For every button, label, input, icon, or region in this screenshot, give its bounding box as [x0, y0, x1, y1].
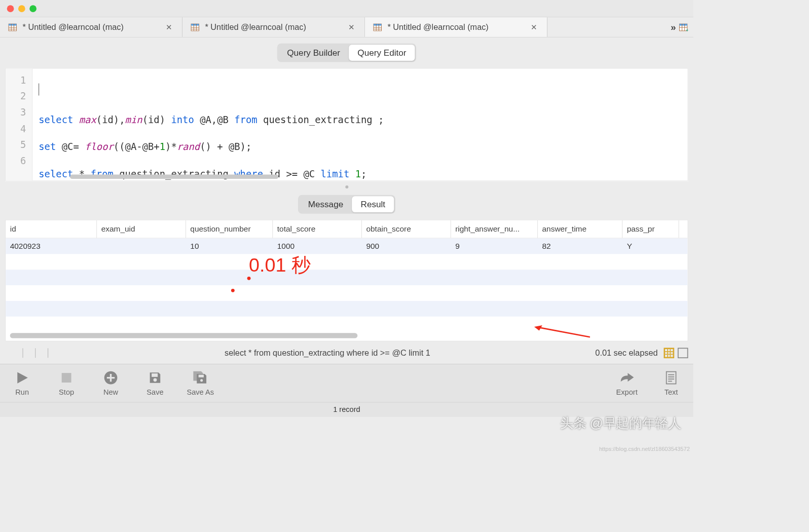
results-table: id exam_uid question_number total_score …: [5, 220, 688, 341]
table-header-row: id exam_uid question_number total_score …: [6, 220, 687, 238]
editor-gutter: 1 2 3 4 5 6: [6, 68, 32, 180]
new-query-icon[interactable]: +: [679, 22, 688, 32]
pane-splitter[interactable]: [0, 181, 693, 192]
line-number: 5: [6, 137, 32, 153]
svg-rect-19: [679, 24, 687, 25]
export-button[interactable]: Export: [614, 370, 640, 397]
save-button[interactable]: Save: [142, 370, 168, 397]
close-icon[interactable]: ✕: [347, 22, 357, 32]
code-line: set @C= floor((@A-@B+1)*rand() + @B);: [39, 140, 681, 154]
svg-rect-13: [374, 24, 381, 25]
status-dividers: [5, 348, 65, 358]
column-header[interactable]: answer_time: [538, 220, 622, 238]
column-header[interactable]: right_answer_nu...: [451, 220, 538, 238]
svg-rect-1: [9, 24, 16, 25]
svg-rect-35: [667, 371, 676, 384]
stop-button[interactable]: Stop: [54, 370, 79, 397]
column-header[interactable]: exam_uid: [97, 220, 186, 238]
table-row: [6, 270, 687, 285]
result-tab[interactable]: Result: [352, 196, 394, 212]
sql-table-icon: [190, 22, 200, 32]
sql-editor[interactable]: 1 2 3 4 5 6 select max(id),min(id) into …: [5, 68, 688, 181]
stop-icon: [59, 370, 75, 386]
mode-segmented-control: Query Builder Query Editor: [277, 44, 417, 62]
line-number: 4: [6, 121, 32, 137]
svg-rect-31: [152, 373, 158, 377]
watermark-text: 头条 @早起的年轻人: [560, 414, 681, 432]
table-row: [6, 254, 687, 270]
tab-query-1[interactable]: * Untitled @learncoal (mac) ✕: [0, 17, 182, 37]
tab-query-2[interactable]: * Untitled @learncoal (mac) ✕: [182, 17, 365, 37]
annotation-dot: [247, 277, 251, 280]
text-button[interactable]: Text: [658, 370, 684, 397]
sql-table-icon: [373, 22, 382, 32]
bottom-toolbar: Run Stop New Save Save As Export Text: [0, 364, 693, 402]
code-line: [39, 154, 681, 167]
query-builder-tab[interactable]: Query Builder: [278, 45, 349, 61]
svg-marker-26: [17, 372, 28, 383]
code-line: [39, 126, 681, 140]
svg-rect-7: [191, 24, 199, 25]
table-row: [6, 285, 687, 301]
code-line: [39, 99, 681, 113]
svg-rect-33: [199, 374, 204, 377]
minimize-window-button[interactable]: [18, 5, 25, 12]
close-window-button[interactable]: [7, 5, 14, 12]
table-cell: [97, 238, 186, 254]
close-icon[interactable]: ✕: [529, 22, 539, 32]
table-row: [6, 317, 687, 332]
result-segmented-control: Message Result: [298, 195, 395, 214]
save-as-button[interactable]: Save As: [187, 370, 214, 397]
text-cursor: [39, 84, 39, 96]
new-button[interactable]: New: [98, 370, 124, 397]
table-cell: Y: [622, 238, 679, 254]
column-header[interactable]: id: [6, 220, 97, 238]
line-number: 1: [6, 72, 32, 88]
watermark-url: https://blog.csdn.net/zl18603543572: [599, 446, 690, 452]
table-cell: 4020923: [6, 238, 97, 254]
sql-table-icon: [8, 22, 17, 32]
chevron-right-icon: »: [671, 21, 674, 32]
editor-content[interactable]: select max(id),min(id) into @A,@B from q…: [32, 68, 687, 180]
query-editor-tab[interactable]: Query Editor: [349, 45, 415, 61]
annotation-dot: [231, 289, 235, 292]
table-cell: 10: [186, 238, 273, 254]
line-number: 3: [6, 104, 32, 121]
column-header[interactable]: obtain_score: [362, 220, 451, 238]
horizontal-scrollbar[interactable]: [70, 175, 278, 179]
grid-view-icon[interactable]: [664, 348, 674, 358]
svg-text:+: +: [686, 27, 688, 32]
svg-marker-25: [534, 323, 542, 331]
status-query-text: select * from question_extracting where …: [65, 348, 589, 358]
window-titlebar: [0, 0, 693, 17]
floppy-multi-icon: [193, 370, 208, 386]
floppy-icon: [148, 370, 163, 386]
column-header[interactable]: total_score: [273, 220, 362, 238]
tab-label: * Untitled @learncoal (mac): [205, 22, 342, 32]
plus-circle-icon: [103, 370, 119, 386]
table-cell: 9: [451, 238, 538, 254]
svg-point-34: [200, 379, 203, 382]
tab-query-3[interactable]: * Untitled @learncoal (mac) ✕: [365, 17, 547, 37]
line-number: 2: [6, 88, 32, 104]
table-cell: 1000: [273, 238, 362, 254]
close-icon[interactable]: ✕: [164, 22, 174, 32]
table-body: 4020923 10 1000 900 9 82 Y: [6, 238, 687, 332]
tab-label: * Untitled @learncoal (mac): [387, 22, 524, 32]
message-tab[interactable]: Message: [300, 196, 352, 212]
horizontal-scrollbar[interactable]: [10, 333, 358, 338]
column-header[interactable]: pass_pr: [622, 220, 679, 238]
code-line: select max(id),min(id) into @A,@B from q…: [39, 113, 681, 127]
table-cell: 900: [362, 238, 451, 254]
mode-toggle-bar: Query Builder Query Editor: [0, 37, 693, 68]
table-row[interactable]: 4020923 10 1000 900 9 82 Y: [6, 238, 687, 254]
svg-rect-27: [62, 373, 71, 383]
fullscreen-window-button[interactable]: [29, 5, 36, 12]
run-button[interactable]: Run: [10, 370, 35, 397]
svg-point-32: [154, 378, 157, 382]
traffic-lights: [7, 5, 36, 12]
column-header[interactable]: question_number: [186, 220, 273, 238]
tab-overflow[interactable]: » +: [666, 17, 693, 37]
annotation-text: 0.01 秒: [249, 253, 311, 279]
text-view-icon[interactable]: [678, 348, 688, 358]
